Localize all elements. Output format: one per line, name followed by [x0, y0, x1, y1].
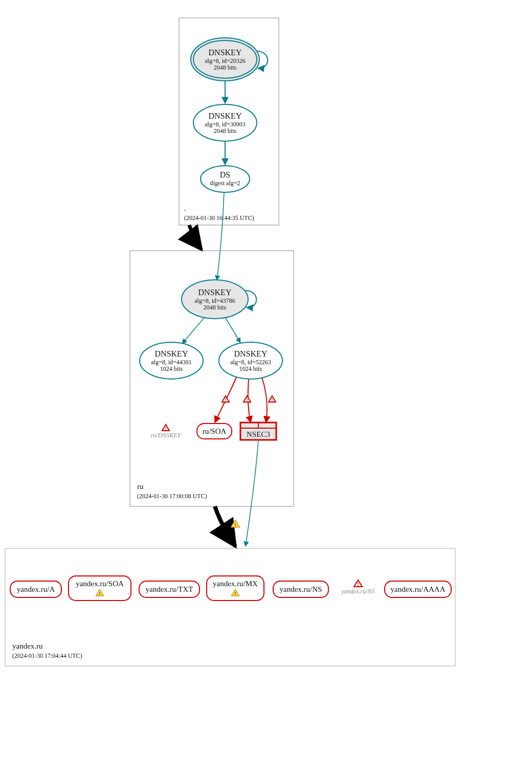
node-yandex-a: yandex.ru/A — [10, 581, 61, 597]
svg-text:yandex.ru/MX: yandex.ru/MX — [213, 580, 258, 588]
zone-yandex-label: yandex.ru — [12, 642, 43, 650]
edge-nsec3-yandex — [246, 440, 258, 546]
svg-text:alg=8, id=30903: alg=8, id=30903 — [205, 121, 246, 128]
zone-root-timestamp: (2024-01-30 16:44:35 UTC) — [184, 214, 254, 221]
svg-text:2048 bits: 2048 bits — [204, 304, 227, 311]
svg-text:DNSKEY: DNSKEY — [198, 288, 232, 297]
node-ru-zsk2: DNSKEY alg=8, id=52263 1024 bits — [219, 342, 282, 379]
node-ru-dnskey-missing: ru/DNSKEY — [151, 432, 182, 439]
edge-zsk2-nsec3b — [262, 377, 267, 423]
zone-root-label: . — [184, 204, 186, 212]
node-yandex-aaaa: yandex.ru/AAAA — [385, 581, 451, 597]
svg-text:DNSKEY: DNSKEY — [209, 48, 242, 57]
zone-yandex-box — [5, 548, 455, 666]
warn-icon: ! — [222, 396, 229, 403]
svg-point-9 — [201, 166, 250, 192]
edge-ruksk-zsk1 — [182, 317, 205, 344]
edge-ruksk-zsk2 — [225, 317, 240, 343]
warn-icon: ! — [269, 396, 276, 403]
svg-text:DS: DS — [220, 170, 230, 179]
node-ru-ksk: DNSKEY alg=8, id=43786 2048 bits — [182, 280, 248, 319]
svg-text:!: ! — [225, 397, 227, 403]
warn-icon-yellow: ! — [231, 520, 240, 528]
node-yandex-ns: yandex.ru/NS — [273, 581, 328, 597]
node-root-ds: DS digest alg=2 — [201, 166, 250, 192]
zone-yandex-timestamp: (2024-01-30 17:04:44 UTC) — [12, 652, 82, 659]
svg-text:DNSKEY: DNSKEY — [155, 349, 188, 358]
node-ru-zsk1: DNSKEY alg=8, id=44301 1024 bits — [140, 342, 203, 379]
svg-text:!: ! — [234, 591, 236, 596]
zone-ru-timestamp: (2024-01-30 17:00:08 UTC) — [137, 493, 207, 500]
node-ru-nsec3: NSEC3 — [240, 423, 276, 440]
svg-text:yandex.ru/A: yandex.ru/A — [17, 585, 55, 593]
svg-text:alg=8, id=52263: alg=8, id=52263 — [230, 359, 271, 366]
svg-text:2048 bits: 2048 bits — [214, 127, 237, 135]
node-root-ksk: DNSKEY alg=8, id=20326 2048 bits — [191, 38, 259, 81]
node-yandex-soa: yandex.ru/SOA — [69, 576, 131, 601]
svg-text:ru/DNSKEY: ru/DNSKEY — [151, 432, 182, 439]
edge-ds-ru-ksk — [217, 192, 224, 280]
warn-icon: ! — [354, 580, 362, 587]
svg-text:yandex.ru/SOA: yandex.ru/SOA — [76, 580, 124, 588]
node-yandex-mx: yandex.ru/MX — [207, 576, 264, 601]
edge-root-ru-delegation — [189, 225, 202, 250]
warn-icon: ! — [243, 396, 251, 403]
svg-text:!: ! — [272, 397, 273, 403]
svg-text:DNSKEY: DNSKEY — [234, 349, 268, 358]
svg-text:alg=8, id=44301: alg=8, id=44301 — [151, 359, 192, 366]
node-root-zsk: DNSKEY alg=8, id=30903 2048 bits — [193, 104, 257, 141]
svg-text:yandex.ru/NS: yandex.ru/NS — [341, 588, 375, 595]
svg-text:alg=8, id=20326: alg=8, id=20326 — [205, 57, 246, 64]
svg-text:ru/SOA: ru/SOA — [203, 427, 227, 435]
svg-text:!: ! — [247, 397, 248, 403]
node-ru-soa: ru/SOA — [197, 424, 232, 439]
svg-text:yandex.ru/NS: yandex.ru/NS — [280, 585, 322, 593]
svg-text:2048 bits: 2048 bits — [214, 64, 237, 71]
zone-ru-label: ru — [137, 482, 144, 491]
warn-icon: ! — [162, 425, 169, 431]
svg-text:DNSKEY: DNSKEY — [209, 112, 242, 120]
svg-text:!: ! — [165, 426, 167, 431]
svg-text:yandex.ru/AAAA: yandex.ru/AAAA — [390, 585, 445, 593]
svg-text:!: ! — [234, 522, 236, 528]
svg-text:1024 bits: 1024 bits — [239, 365, 262, 372]
svg-text:NSEC3: NSEC3 — [247, 430, 270, 438]
node-yandex-ns-missing: yandex.ru/NS — [341, 588, 375, 595]
svg-text:digest alg=2: digest alg=2 — [210, 180, 240, 187]
svg-text:1024 bits: 1024 bits — [160, 365, 183, 372]
node-yandex-txt: yandex.ru/TXT — [139, 581, 199, 597]
svg-text:!: ! — [357, 582, 359, 587]
svg-text:alg=8, id=43786: alg=8, id=43786 — [194, 297, 235, 304]
svg-text:!: ! — [99, 591, 100, 596]
svg-text:yandex.ru/TXT: yandex.ru/TXT — [146, 585, 193, 593]
